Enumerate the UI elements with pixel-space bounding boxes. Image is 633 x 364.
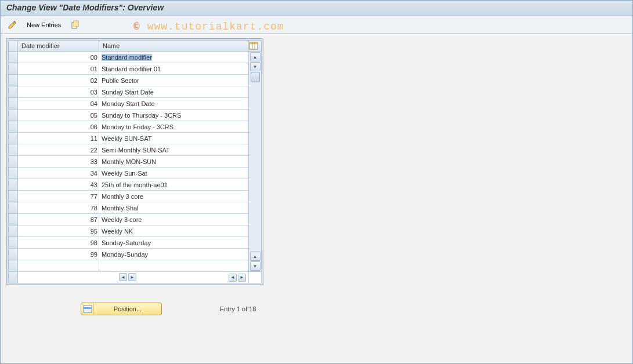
change-toggle-icon[interactable]: [6, 19, 18, 31]
cell-modifier[interactable]: 33: [18, 156, 99, 168]
position-icon: [81, 303, 94, 315]
cell-name[interactable]: Monday-Sunday: [99, 249, 249, 260]
row-handle[interactable]: [9, 98, 18, 110]
row-handle[interactable]: [9, 249, 18, 260]
table-row: [9, 260, 262, 272]
cell-modifier[interactable]: 95: [18, 225, 99, 237]
row-handle[interactable]: [9, 156, 18, 168]
cell-name[interactable]: Public Sector: [99, 75, 249, 86]
cell-modifier[interactable]: 00: [18, 52, 99, 63]
hscroll-end: [249, 272, 262, 283]
copy-as-icon[interactable]: [70, 19, 81, 31]
row-handle[interactable]: [9, 52, 18, 63]
cell-modifier[interactable]: 99: [18, 249, 99, 260]
cell-name[interactable]: Sunday-Saturday: [99, 237, 249, 249]
row-select-header[interactable]: [9, 41, 18, 52]
application-toolbar: New Entries: [1, 16, 632, 34]
cell-name[interactable]: Monthly 3 core: [99, 191, 249, 202]
new-entries-button[interactable]: New Entries: [21, 20, 66, 30]
hscroll-right-icon[interactable]: ►: [128, 273, 136, 281]
row-handle[interactable]: [9, 121, 18, 133]
cell-name[interactable]: Sunday to Thursday - 3CRS: [99, 110, 249, 121]
cell-name[interactable]: Standard modifier: [99, 52, 249, 63]
cell-modifier[interactable]: 04: [18, 98, 99, 110]
table-header-row: Date modifier Name: [9, 41, 262, 52]
row-handle[interactable]: [9, 237, 18, 249]
cell-name[interactable]: Weekly SUN-SAT: [99, 133, 249, 144]
horizontal-scrollbar[interactable]: ◄►◄►: [18, 272, 249, 283]
cell-name[interactable]: [99, 260, 249, 272]
hscroll-corner: [9, 272, 18, 283]
cell-modifier[interactable]: 01: [18, 63, 99, 75]
date-modifiers-table: Date modifier Name 00Standard modifier▲▼…: [8, 40, 262, 283]
row-handle[interactable]: [9, 260, 18, 272]
cell-name[interactable]: Monday to Friday - 3CRS: [99, 121, 249, 133]
row-handle[interactable]: [9, 86, 18, 98]
hscroll-left-icon[interactable]: ◄: [119, 273, 127, 281]
entry-counter-text: Entry 1 of 18: [220, 305, 256, 312]
scroll-down-end-icon[interactable]: ▼: [250, 261, 261, 271]
cell-modifier[interactable]: 05: [18, 110, 99, 121]
row-handle[interactable]: [9, 225, 18, 237]
cell-modifier[interactable]: 87: [18, 214, 99, 225]
table-row: 34Weekly Sun-Sat: [9, 168, 262, 179]
cell-modifier[interactable]: 34: [18, 168, 99, 179]
cell-modifier[interactable]: 03: [18, 86, 99, 98]
table-row: 78Monthly Shal: [9, 202, 262, 214]
table-container: Date modifier Name 00Standard modifier▲▼…: [6, 38, 263, 285]
cell-modifier[interactable]: 43: [18, 179, 99, 191]
table-row: 04Monday Start Date: [9, 98, 262, 110]
row-handle[interactable]: [9, 202, 18, 214]
cell-name[interactable]: 25th of the month-ae01: [99, 179, 249, 191]
table-row: 77Monthly 3 core: [9, 191, 262, 202]
row-handle[interactable]: [9, 144, 18, 156]
vertical-scrollbar[interactable]: ▲▼▲▼: [249, 52, 262, 272]
svg-rect-7: [84, 307, 92, 309]
scroll-thumb[interactable]: [251, 72, 260, 82]
hscroll-right-end-icon[interactable]: ►: [238, 274, 246, 282]
scroll-down-icon[interactable]: ▼: [250, 62, 261, 71]
cell-modifier[interactable]: 78: [18, 202, 99, 214]
cell-name[interactable]: Semi-Monthly SUN-SAT: [99, 144, 249, 156]
content-area: Date modifier Name 00Standard modifier▲▼…: [1, 34, 632, 320]
scroll-up-icon[interactable]: ▲: [250, 52, 261, 61]
row-handle[interactable]: [9, 110, 18, 121]
cell-modifier[interactable]: 22: [18, 144, 99, 156]
column-header-modifier[interactable]: Date modifier: [18, 41, 99, 52]
table-row: 22Semi-Monthly SUN-SAT: [9, 144, 262, 156]
table-row: 98Sunday-Saturday: [9, 237, 262, 249]
cell-name[interactable]: Monday Start Date: [99, 98, 249, 110]
column-header-name[interactable]: Name: [99, 41, 249, 52]
cell-modifier[interactable]: [18, 260, 99, 272]
row-handle[interactable]: [9, 214, 18, 225]
cell-name[interactable]: Weekly NK: [99, 225, 249, 237]
row-handle[interactable]: [9, 168, 18, 179]
hscroll-left-end-icon[interactable]: ◄: [229, 274, 237, 282]
table-row: 95Weekly NK: [9, 225, 262, 237]
svg-rect-3: [249, 42, 258, 44]
cell-modifier[interactable]: 98: [18, 237, 99, 249]
row-handle[interactable]: [9, 63, 18, 75]
scroll-up-end-icon[interactable]: ▲: [250, 252, 261, 261]
row-handle[interactable]: [9, 191, 18, 202]
cell-name[interactable]: Monthly MON-SUN: [99, 156, 249, 168]
cell-name[interactable]: Weekly 3 core: [99, 214, 249, 225]
cell-modifier[interactable]: 06: [18, 121, 99, 133]
cell-name[interactable]: Monthly Shal: [99, 202, 249, 214]
table-row: 33Monthly MON-SUN: [9, 156, 262, 168]
table-row: 99Monday-Sunday: [9, 249, 262, 260]
cell-name[interactable]: Standard modifier 01: [99, 63, 249, 75]
cell-modifier[interactable]: 77: [18, 191, 99, 202]
row-handle[interactable]: [9, 179, 18, 191]
cell-modifier[interactable]: 02: [18, 75, 99, 86]
row-handle[interactable]: [9, 133, 18, 144]
cell-modifier[interactable]: 11: [18, 133, 99, 144]
cell-name[interactable]: Sunday Start Date: [99, 86, 249, 98]
cell-name[interactable]: Weekly Sun-Sat: [99, 168, 249, 179]
table-settings-icon[interactable]: [249, 41, 262, 52]
row-handle[interactable]: [9, 75, 18, 86]
table-row: 06Monday to Friday - 3CRS: [9, 121, 262, 133]
position-button[interactable]: Position...: [81, 303, 162, 315]
table-row: 05Sunday to Thursday - 3CRS: [9, 110, 262, 121]
footer-area: Position... Entry 1 of 18: [6, 303, 627, 315]
